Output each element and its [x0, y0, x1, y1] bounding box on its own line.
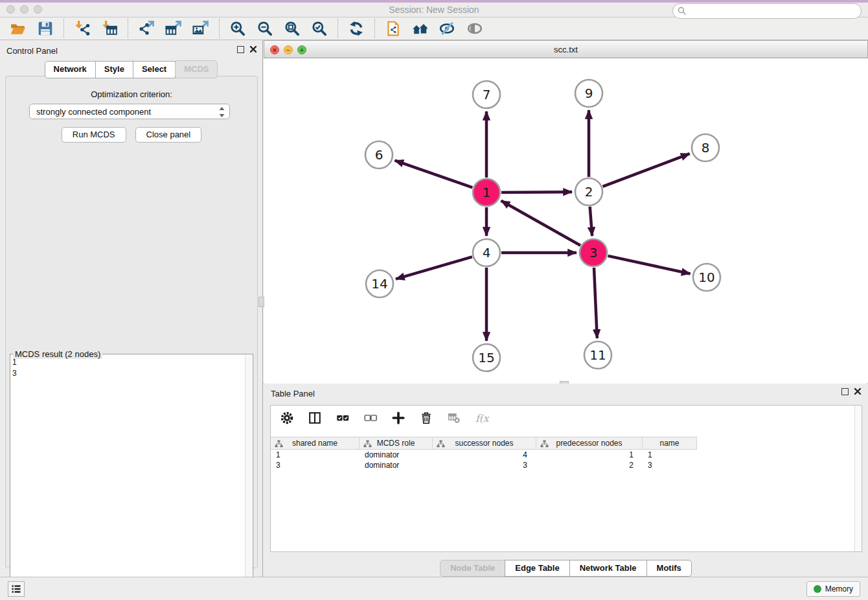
node-1[interactable]: 1 — [473, 179, 500, 206]
vertical-divider-handle[interactable] — [258, 297, 264, 307]
zoom-out-icon[interactable] — [256, 19, 274, 38]
network-graph[interactable]: 7968124314101511 — [264, 58, 867, 384]
svg-text:6: 6 — [375, 147, 383, 163]
cell-successor-nodes[interactable]: 3 — [433, 460, 536, 470]
cell-shared-name[interactable]: 1 — [271, 450, 360, 460]
edge-3-10[interactable] — [608, 256, 691, 274]
table-row[interactable]: 3dominator323 — [271, 460, 862, 470]
tab-style[interactable]: Style — [95, 61, 133, 78]
mcds-result-scrollbar[interactable] — [245, 355, 252, 597]
eye-icon[interactable] — [466, 19, 484, 38]
svg-text:14: 14 — [371, 276, 387, 292]
table-row[interactable]: 1dominator411 — [271, 450, 862, 460]
hierarchy-icon — [540, 440, 549, 450]
table-scrollbar[interactable] — [854, 406, 862, 551]
cell-MCDS-role[interactable]: dominator — [360, 450, 433, 460]
save-session-icon[interactable] — [36, 19, 54, 38]
eye-slash-icon[interactable] — [439, 19, 457, 38]
optimization-dropdown[interactable]: strongly connected component — [29, 104, 230, 119]
node-2[interactable]: 2 — [575, 178, 602, 205]
export-table-icon[interactable] — [165, 19, 183, 38]
network-window-titlebar[interactable]: × − + scc.txt — [264, 40, 868, 58]
zoom-fit-icon[interactable] — [283, 19, 301, 38]
tab-select[interactable]: Select — [133, 61, 176, 78]
refresh-icon[interactable] — [347, 19, 365, 38]
svg-text:4: 4 — [483, 245, 491, 260]
developer-list-button[interactable] — [8, 581, 25, 597]
node-10[interactable]: 10 — [693, 264, 720, 291]
memory-button[interactable]: Memory — [806, 581, 860, 597]
dropdown-stepper-icon — [218, 106, 225, 120]
columns-icon[interactable] — [306, 410, 323, 426]
edge-2-3[interactable] — [590, 207, 592, 236]
cell-name[interactable]: 1 — [643, 450, 697, 460]
import-table-icon[interactable] — [100, 19, 119, 38]
table-header-row: shared nameMCDS rolesuccessor nodesprede… — [271, 437, 862, 450]
status-bar: Memory — [0, 577, 868, 600]
trash-icon[interactable] — [418, 410, 435, 426]
cell-predecessor-nodes[interactable]: 1 — [536, 450, 643, 460]
float-table-panel-icon[interactable] — [841, 388, 849, 395]
node-table-container: f(x) shared nameMCDS rolesuccessor nodes… — [270, 405, 862, 552]
mcds-result-text[interactable]: 1 3 — [12, 357, 244, 596]
zoom-in-icon[interactable] — [229, 19, 247, 38]
column-header-shared-name[interactable]: shared name — [271, 437, 360, 450]
cell-successor-nodes[interactable]: 4 — [433, 450, 536, 460]
function-icon[interactable]: f(x) — [474, 410, 490, 426]
close-panel-icon[interactable] — [249, 45, 257, 53]
select-all-icon[interactable] — [334, 410, 351, 426]
open-session-icon[interactable] — [9, 19, 27, 38]
import-network-icon[interactable] — [73, 19, 91, 38]
column-header-predecessor-nodes[interactable]: predecessor nodes — [536, 437, 643, 450]
node-14[interactable]: 14 — [366, 270, 393, 297]
tab-motifs[interactable]: Motifs — [646, 560, 692, 577]
node-8[interactable]: 8 — [692, 134, 719, 161]
cell-MCDS-role[interactable]: dominator — [360, 460, 433, 470]
close-panel-button[interactable]: Close panel — [135, 127, 202, 143]
column-header-name[interactable]: name — [643, 437, 697, 450]
tab-edge-table[interactable]: Edge Table — [505, 560, 569, 577]
optimization-dropdown-value: strongly connected component — [36, 107, 151, 117]
clone-network-icon[interactable] — [384, 19, 402, 38]
node-4[interactable]: 4 — [473, 239, 500, 266]
plus-icon[interactable] — [390, 410, 407, 426]
node-3[interactable]: 3 — [580, 239, 607, 266]
cell-name[interactable]: 3 — [643, 460, 697, 470]
network-window-title: scc.txt — [264, 45, 867, 54]
tab-mcds[interactable]: MCDS — [175, 60, 218, 78]
node-11[interactable]: 11 — [584, 341, 611, 369]
column-header-MCDS-role[interactable]: MCDS role — [360, 437, 433, 450]
column-header-successor-nodes[interactable]: successor nodes — [433, 437, 536, 450]
node-15[interactable]: 15 — [473, 344, 500, 371]
run-mcds-button[interactable]: Run MCDS — [62, 127, 126, 143]
edge-1-2[interactable] — [501, 192, 572, 192]
network-canvas[interactable]: 7968124314101511 — [264, 58, 867, 384]
tab-node-table[interactable]: Node Table — [440, 560, 505, 577]
tab-network[interactable]: Network — [45, 61, 96, 78]
edge-3-1[interactable] — [501, 201, 580, 246]
close-table-panel-icon[interactable] — [854, 387, 862, 395]
float-panel-icon[interactable] — [237, 46, 244, 53]
zoom-selected-icon[interactable] — [310, 19, 328, 38]
cell-predecessor-nodes[interactable]: 2 — [536, 460, 643, 470]
gear-icon[interactable] — [279, 410, 295, 426]
deselect-all-icon[interactable] — [362, 410, 379, 426]
search-input[interactable] — [672, 3, 862, 19]
export-image-icon[interactable] — [192, 19, 210, 38]
svg-text:9: 9 — [585, 86, 593, 101]
export-network-icon[interactable] — [137, 19, 155, 38]
node-7[interactable]: 7 — [473, 81, 500, 108]
node-6[interactable]: 6 — [365, 141, 393, 168]
cell-shared-name[interactable]: 3 — [271, 460, 360, 470]
houses-icon[interactable] — [411, 19, 429, 38]
edge-4-14[interactable] — [396, 257, 472, 279]
edge-3-11[interactable] — [594, 268, 597, 338]
svg-text:8: 8 — [702, 140, 710, 156]
control-panel: Control Panel NetworkStyleSelectMCDS Opt… — [0, 40, 263, 577]
edge-1-6[interactable] — [395, 161, 473, 188]
tab-network-table[interactable]: Network Table — [569, 560, 647, 577]
edge-2-8[interactable] — [603, 154, 690, 187]
node-table[interactable]: shared nameMCDS rolesuccessor nodesprede… — [271, 437, 862, 470]
delete-table-icon[interactable] — [446, 410, 463, 426]
node-9[interactable]: 9 — [575, 80, 602, 107]
